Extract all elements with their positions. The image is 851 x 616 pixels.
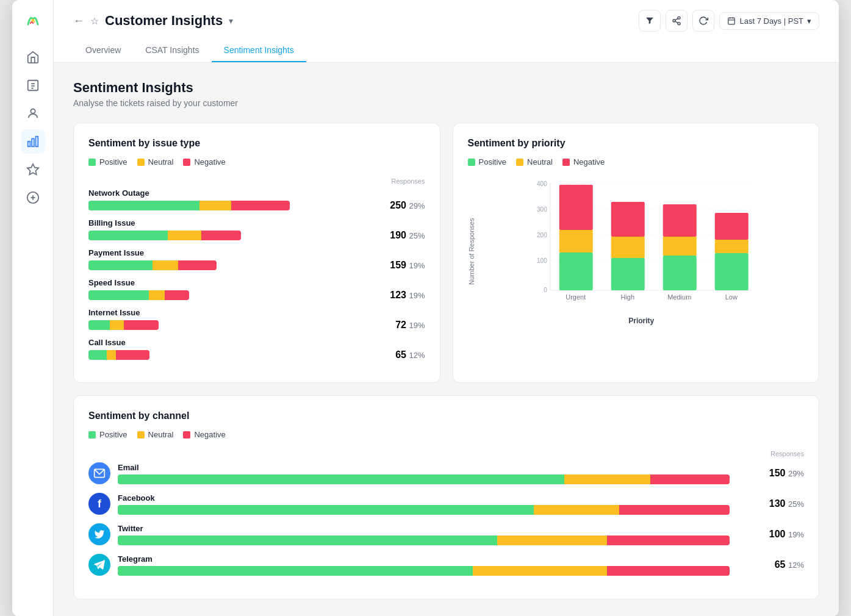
share-button[interactable] (666, 10, 688, 32)
date-range-button[interactable]: Last 7 Days | PST ▾ (719, 12, 819, 30)
svg-rect-37 (662, 256, 696, 290)
issue-row-call: Call Issue 65 12 (88, 338, 425, 360)
svg-text:400: 400 (537, 181, 547, 187)
issue-row-billing: Billing Issue 19 (88, 218, 425, 241)
sentiment-by-issue-card: Sentiment by issue type Positive Neutral (73, 123, 440, 383)
date-chevron-icon: ▾ (807, 16, 811, 26)
svg-rect-43 (714, 213, 748, 240)
issue-row-payment: Payment Issue 15 (88, 248, 425, 271)
legend-positive: Positive (88, 157, 127, 167)
app-logo (23, 10, 43, 32)
date-range-label: Last 7 Days | PST (739, 16, 803, 26)
svg-rect-2 (27, 141, 30, 146)
channel-legend-neutral: Neutral (137, 430, 174, 439)
telegram-icon (88, 554, 110, 576)
channel-row-telegram: Telegram 65 12% (88, 554, 804, 576)
svg-line-13 (675, 18, 678, 20)
content-area: Sentiment Insights Analyse the tickets r… (54, 63, 839, 616)
responses-header: Responses (88, 177, 425, 185)
svg-text:0: 0 (544, 287, 547, 293)
section-title: Sentiment Insights (73, 80, 819, 96)
svg-text:300: 300 (537, 206, 547, 213)
svg-point-10 (673, 20, 675, 22)
sidebar-item-favorites[interactable] (21, 157, 45, 182)
main-content: ← ☆ Customer Insights ▾ (54, 0, 839, 616)
sidebar-item-reports[interactable] (21, 129, 45, 154)
svg-rect-3 (32, 138, 34, 146)
svg-rect-38 (662, 237, 696, 256)
title-chevron-icon[interactable]: ▾ (229, 16, 233, 26)
channel-row-facebook: f Facebook 130 25% (88, 493, 804, 515)
issue-card-title: Sentiment by issue type (88, 138, 425, 149)
svg-line-12 (675, 21, 678, 23)
header: ← ☆ Customer Insights ▾ (54, 0, 839, 63)
refresh-button[interactable] (692, 10, 714, 32)
sidebar (12, 0, 54, 616)
sentiment-by-channel-card: Sentiment by channel Positive Neutral Ne… (73, 395, 819, 600)
channel-card-title: Sentiment by channel (88, 410, 804, 421)
channel-responses-header: Responses (88, 450, 804, 457)
issue-row-network: Network Outage 2 (88, 188, 425, 211)
tab-overview[interactable]: Overview (73, 39, 133, 62)
svg-rect-14 (728, 18, 735, 24)
svg-rect-31 (559, 185, 592, 230)
x-axis-label: Priority (479, 317, 805, 325)
channel-legend: Positive Neutral Negative (88, 430, 804, 439)
sidebar-item-home[interactable] (21, 45, 45, 70)
section-subtitle: Analyse the tickets raised by your custo… (73, 98, 819, 108)
svg-point-9 (678, 16, 680, 19)
tabs-container: Overview CSAT Insights Sentiment Insight… (73, 39, 819, 62)
sidebar-item-add[interactable] (21, 185, 45, 210)
svg-rect-41 (714, 253, 748, 290)
channel-legend-negative: Negative (183, 430, 225, 439)
svg-point-11 (678, 23, 680, 25)
svg-rect-29 (559, 252, 592, 290)
priority-chart-svg: 400 300 200 100 0 (479, 177, 805, 312)
sidebar-item-contacts[interactable] (21, 101, 45, 126)
svg-point-1 (31, 109, 35, 113)
priority-card-title: Sentiment by priority (468, 138, 805, 149)
svg-marker-5 (27, 164, 38, 174)
channel-row-twitter: Twitter 100 19% (88, 523, 804, 545)
svg-rect-42 (714, 240, 748, 253)
svg-text:High: High (620, 293, 634, 301)
back-button[interactable]: ← (73, 15, 84, 27)
svg-rect-30 (559, 230, 592, 252)
channel-row-email: Email 150 29% (88, 462, 804, 484)
page-title: Customer Insights (105, 13, 223, 29)
svg-rect-39 (662, 204, 696, 237)
issue-row-internet: Internet Issue 7 (88, 308, 425, 331)
issue-row-speed: Speed Issue 123 (88, 278, 425, 301)
tab-csat[interactable]: CSAT Insights (133, 39, 211, 62)
svg-rect-34 (611, 237, 644, 258)
svg-text:Urgent: Urgent (566, 293, 586, 301)
filter-button[interactable] (639, 10, 661, 32)
favorite-button[interactable]: ☆ (90, 15, 99, 27)
legend-negative: Negative (183, 157, 225, 167)
channel-legend-positive: Positive (88, 430, 127, 439)
priority-legend: Positive Neutral Negative (468, 157, 805, 167)
sidebar-item-tickets[interactable] (21, 73, 45, 98)
svg-text:200: 200 (537, 232, 547, 238)
facebook-icon: f (88, 493, 110, 515)
priority-legend-negative: Negative (562, 157, 605, 167)
priority-legend-neutral: Neutral (516, 157, 553, 167)
y-axis-label: Number of Responses (468, 177, 475, 325)
svg-rect-33 (611, 258, 644, 290)
svg-text:100: 100 (537, 257, 547, 264)
issue-legend: Positive Neutral Negative (88, 157, 425, 167)
legend-neutral: Neutral (137, 157, 174, 167)
svg-rect-4 (35, 137, 38, 147)
email-icon (88, 462, 110, 484)
svg-rect-35 (611, 202, 644, 237)
svg-text:Low: Low (725, 293, 737, 301)
priority-legend-positive: Positive (468, 157, 507, 167)
tab-sentiment[interactable]: Sentiment Insights (212, 39, 306, 62)
svg-text:Medium: Medium (667, 293, 691, 301)
sentiment-by-priority-card: Sentiment by priority Positive Neutral (453, 123, 820, 383)
twitter-icon (88, 523, 110, 545)
